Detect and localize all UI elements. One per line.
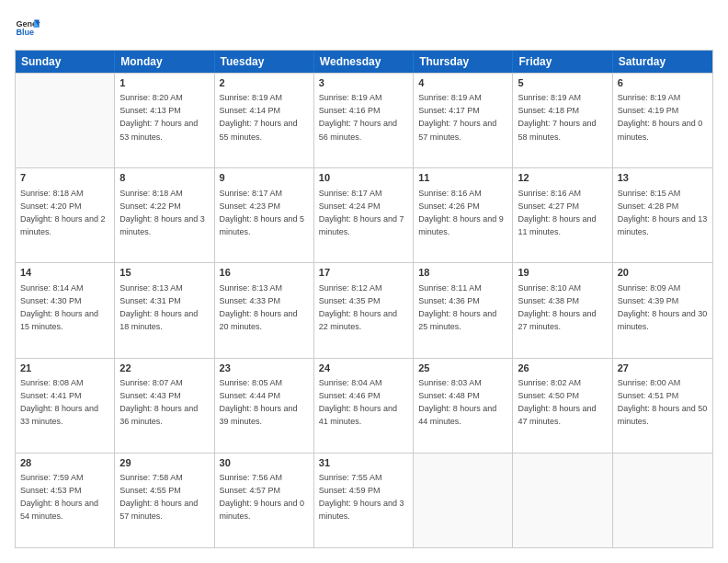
page: General Blue SundayMondayTuesdayWednesda…	[0, 0, 728, 563]
cell-date: 4	[418, 76, 507, 90]
cell-date: 8	[119, 171, 209, 185]
calendar-row: 21 Sunrise: 8:08 AMSunset: 4:41 PMDaylig…	[16, 358, 712, 453]
cell-info: Sunrise: 7:55 AMSunset: 4:59 PMDaylight:…	[319, 473, 404, 521]
calendar-cell: 23 Sunrise: 8:05 AMSunset: 4:44 PMDaylig…	[215, 359, 314, 453]
logo: General Blue	[15, 15, 40, 40]
cell-date: 21	[20, 362, 109, 375]
calendar-cell: 13 Sunrise: 8:15 AMSunset: 4:28 PMDaylig…	[613, 168, 712, 262]
day-header: Monday	[115, 51, 214, 73]
calendar-cell: 1 Sunrise: 8:20 AMSunset: 4:13 PMDayligh…	[115, 74, 214, 167]
cell-date: 13	[618, 171, 708, 185]
cell-date: 1	[119, 76, 209, 90]
calendar-cell: 2 Sunrise: 8:19 AMSunset: 4:14 PMDayligh…	[215, 74, 314, 167]
cell-info: Sunrise: 8:17 AMSunset: 4:24 PMDaylight:…	[319, 189, 404, 236]
calendar-cell	[613, 454, 712, 547]
calendar-cell: 30 Sunrise: 7:56 AMSunset: 4:57 PMDaylig…	[215, 454, 314, 547]
calendar-cell: 5 Sunrise: 8:19 AMSunset: 4:18 PMDayligh…	[513, 74, 612, 167]
cell-info: Sunrise: 8:09 AMSunset: 4:39 PMDaylight:…	[618, 283, 708, 331]
calendar-row: 28 Sunrise: 7:59 AMSunset: 4:53 PMDaylig…	[16, 453, 712, 547]
calendar-cell: 24 Sunrise: 8:04 AMSunset: 4:46 PMDaylig…	[314, 359, 414, 453]
calendar-cell: 27 Sunrise: 8:00 AMSunset: 4:51 PMDaylig…	[613, 359, 712, 453]
cell-info: Sunrise: 8:17 AMSunset: 4:23 PMDaylight:…	[220, 189, 305, 236]
day-header: Saturday	[613, 51, 712, 73]
calendar-cell: 16 Sunrise: 8:13 AMSunset: 4:33 PMDaylig…	[215, 263, 314, 357]
day-header: Thursday	[414, 51, 513, 73]
calendar-cell: 26 Sunrise: 8:02 AMSunset: 4:50 PMDaylig…	[513, 359, 612, 453]
calendar-cell: 3 Sunrise: 8:19 AMSunset: 4:16 PMDayligh…	[314, 74, 414, 167]
calendar-cell	[414, 454, 513, 547]
cell-info: Sunrise: 8:00 AMSunset: 4:51 PMDaylight:…	[618, 378, 708, 426]
calendar-cell: 29 Sunrise: 7:58 AMSunset: 4:55 PMDaylig…	[115, 454, 214, 547]
cell-date: 6	[618, 76, 708, 90]
day-header: Wednesday	[314, 51, 414, 73]
cell-date: 11	[418, 171, 507, 185]
calendar-cell: 20 Sunrise: 8:09 AMSunset: 4:39 PMDaylig…	[613, 263, 712, 357]
cell-date: 27	[618, 362, 708, 375]
cell-date: 17	[319, 266, 408, 280]
calendar-cell: 18 Sunrise: 8:11 AMSunset: 4:36 PMDaylig…	[414, 263, 513, 357]
cell-info: Sunrise: 8:03 AMSunset: 4:48 PMDaylight:…	[418, 378, 496, 426]
cell-date: 19	[518, 266, 607, 280]
calendar-cell: 8 Sunrise: 8:18 AMSunset: 4:22 PMDayligh…	[115, 168, 214, 262]
cell-date: 3	[319, 76, 408, 90]
day-header: Friday	[513, 51, 612, 73]
calendar-cell: 10 Sunrise: 8:17 AMSunset: 4:24 PMDaylig…	[314, 168, 414, 262]
cell-date: 29	[119, 456, 209, 470]
calendar-cell: 6 Sunrise: 8:19 AMSunset: 4:19 PMDayligh…	[613, 74, 712, 167]
day-header: Tuesday	[215, 51, 314, 73]
cell-info: Sunrise: 8:15 AMSunset: 4:28 PMDaylight:…	[618, 189, 708, 236]
svg-text:Blue: Blue	[16, 28, 34, 37]
cell-info: Sunrise: 7:56 AMSunset: 4:57 PMDaylight:…	[220, 473, 305, 521]
cell-date: 26	[518, 362, 607, 375]
cell-date: 12	[518, 171, 607, 185]
cell-info: Sunrise: 8:07 AMSunset: 4:43 PMDaylight:…	[119, 378, 198, 426]
calendar-body: 1 Sunrise: 8:20 AMSunset: 4:13 PMDayligh…	[16, 73, 712, 547]
calendar-cell: 25 Sunrise: 8:03 AMSunset: 4:48 PMDaylig…	[414, 359, 513, 453]
day-header: Sunday	[16, 51, 115, 73]
cell-info: Sunrise: 8:08 AMSunset: 4:41 PMDaylight:…	[20, 378, 98, 426]
calendar-row: 14 Sunrise: 8:14 AMSunset: 4:30 PMDaylig…	[16, 262, 712, 357]
cell-info: Sunrise: 8:02 AMSunset: 4:50 PMDaylight:…	[518, 378, 596, 426]
cell-date: 22	[119, 362, 209, 375]
cell-date: 14	[20, 266, 109, 280]
calendar-header: SundayMondayTuesdayWednesdayThursdayFrid…	[16, 51, 712, 73]
cell-info: Sunrise: 8:14 AMSunset: 4:30 PMDaylight:…	[20, 283, 98, 331]
logo-icon: General Blue	[15, 15, 40, 40]
calendar-cell: 11 Sunrise: 8:16 AMSunset: 4:26 PMDaylig…	[414, 168, 513, 262]
calendar: SundayMondayTuesdayWednesdayThursdayFrid…	[15, 50, 713, 548]
cell-info: Sunrise: 8:19 AMSunset: 4:14 PMDaylight:…	[220, 93, 298, 141]
cell-info: Sunrise: 8:13 AMSunset: 4:31 PMDaylight:…	[119, 283, 198, 331]
cell-date: 31	[319, 456, 408, 470]
calendar-cell: 9 Sunrise: 8:17 AMSunset: 4:23 PMDayligh…	[215, 168, 314, 262]
cell-info: Sunrise: 8:16 AMSunset: 4:26 PMDaylight:…	[418, 189, 504, 236]
cell-info: Sunrise: 7:58 AMSunset: 4:55 PMDaylight:…	[119, 473, 198, 521]
calendar-cell: 31 Sunrise: 7:55 AMSunset: 4:59 PMDaylig…	[314, 454, 414, 547]
cell-info: Sunrise: 8:05 AMSunset: 4:44 PMDaylight:…	[220, 378, 298, 426]
cell-date: 10	[319, 171, 408, 185]
header: General Blue	[15, 15, 713, 40]
cell-date: 24	[319, 362, 408, 375]
cell-info: Sunrise: 8:19 AMSunset: 4:17 PMDaylight:…	[418, 93, 496, 141]
calendar-row: 1 Sunrise: 8:20 AMSunset: 4:13 PMDayligh…	[16, 73, 712, 167]
calendar-cell: 17 Sunrise: 8:12 AMSunset: 4:35 PMDaylig…	[314, 263, 414, 357]
calendar-cell: 28 Sunrise: 7:59 AMSunset: 4:53 PMDaylig…	[16, 454, 115, 547]
cell-date: 16	[220, 266, 309, 280]
cell-info: Sunrise: 8:13 AMSunset: 4:33 PMDaylight:…	[220, 283, 298, 331]
cell-date: 2	[220, 76, 309, 90]
calendar-cell: 12 Sunrise: 8:16 AMSunset: 4:27 PMDaylig…	[513, 168, 612, 262]
calendar-cell: 14 Sunrise: 8:14 AMSunset: 4:30 PMDaylig…	[16, 263, 115, 357]
cell-date: 28	[20, 456, 109, 470]
cell-date: 23	[220, 362, 309, 375]
calendar-cell: 22 Sunrise: 8:07 AMSunset: 4:43 PMDaylig…	[115, 359, 214, 453]
cell-info: Sunrise: 8:18 AMSunset: 4:22 PMDaylight:…	[119, 189, 205, 236]
cell-date: 15	[119, 266, 209, 280]
calendar-cell: 4 Sunrise: 8:19 AMSunset: 4:17 PMDayligh…	[414, 74, 513, 167]
cell-info: Sunrise: 8:04 AMSunset: 4:46 PMDaylight:…	[319, 378, 397, 426]
cell-date: 25	[418, 362, 507, 375]
cell-info: Sunrise: 8:19 AMSunset: 4:19 PMDaylight:…	[618, 93, 703, 141]
cell-date: 5	[518, 76, 607, 90]
cell-info: Sunrise: 8:16 AMSunset: 4:27 PMDaylight:…	[518, 189, 596, 236]
calendar-cell: 15 Sunrise: 8:13 AMSunset: 4:31 PMDaylig…	[115, 263, 214, 357]
cell-info: Sunrise: 7:59 AMSunset: 4:53 PMDaylight:…	[20, 473, 98, 521]
cell-info: Sunrise: 8:20 AMSunset: 4:13 PMDaylight:…	[119, 93, 198, 141]
